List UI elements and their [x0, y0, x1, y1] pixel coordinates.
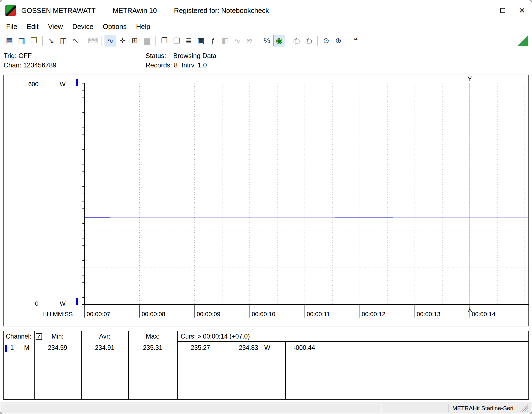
y-axis-max-label: 600	[22, 81, 38, 88]
waveform-dense-icon[interactable]: ≋	[244, 35, 255, 46]
y-axis-max-unit: W	[60, 81, 66, 88]
toolbar-separator	[42, 36, 43, 46]
curve-view-icon[interactable]: ∿	[105, 35, 116, 46]
table-divider	[34, 331, 35, 399]
channel-mode: M	[24, 344, 29, 352]
menu-item-device[interactable]: Device	[68, 23, 98, 31]
x-tick-label: 00:00:09	[197, 311, 220, 318]
x-tick-label: 00:00:10	[252, 311, 276, 318]
col-header-avr: Avr:	[81, 333, 128, 340]
cursor-value-2-cell: 234.83 W	[224, 344, 285, 352]
zoom-curve-icon[interactable]: ⊙	[320, 35, 332, 46]
read-device-icon[interactable]: ↘	[45, 35, 57, 46]
records-status: Records: 8	[146, 61, 178, 69]
status-label: Status:	[146, 52, 166, 60]
toolbar-separator	[155, 36, 156, 46]
cursor-top-marker: Y	[468, 75, 472, 83]
toolbar-separator	[258, 36, 258, 46]
cursor-delta-value: -000.44	[294, 344, 315, 352]
app-logo-icon	[5, 5, 16, 16]
title-app-name: METRAwin 10	[113, 7, 157, 15]
list-view-icon[interactable]: ≣	[183, 35, 194, 46]
table-divider	[81, 331, 82, 399]
y-axis-top-channel-marker	[76, 79, 78, 86]
x-axis-format-label: HH:MM:SS	[42, 311, 73, 318]
stopwatch-icon[interactable]: ◉	[273, 35, 285, 46]
title-registered: Registered for: Notebookcheck	[174, 7, 269, 15]
min-value: 234.59	[34, 344, 81, 352]
table-divider-thick	[285, 341, 286, 399]
status-bar: METRAHit Starline-Seri	[0, 402, 532, 414]
open-icon[interactable]: ❒	[28, 35, 40, 46]
minimize-icon: —	[480, 6, 487, 15]
trigger-status: Trig: OFF	[4, 52, 32, 60]
maximize-button[interactable]	[493, 0, 512, 21]
cursor-value-2: 234.83	[239, 344, 258, 352]
connected-device-name: METRAHit Starline-Seri	[452, 405, 513, 412]
waveform-icon[interactable]: ∿	[232, 35, 243, 46]
avr-value: 234.91	[81, 344, 128, 352]
print-icon[interactable]: ⎙	[291, 35, 302, 46]
menu-item-options[interactable]: Options	[98, 23, 131, 31]
chart-panel: 600 W 0 W YY HH:MM:SS 00:00:0700:00:0800…	[3, 75, 529, 326]
cursor-value-1: 235.27	[177, 344, 224, 352]
x-tick-label: 00:00:13	[417, 311, 440, 318]
x-tick-label: 00:00:07	[87, 311, 110, 318]
max-value: 235.31	[128, 344, 177, 352]
save-icon[interactable]: ▤	[4, 35, 15, 46]
keypad-icon[interactable]: ⌨	[87, 35, 99, 46]
table-view-icon[interactable]: ⊞	[129, 35, 141, 46]
x-tick-label: 00:00:12	[362, 311, 385, 318]
cursor-bottom-marker: Y	[468, 306, 472, 313]
app-window: GOSSEN METRAWATT METRAwin 10 Registered …	[0, 0, 532, 414]
toolbar-separator	[102, 36, 102, 46]
window-export-icon[interactable]: ❐	[159, 35, 170, 46]
monitor-icon[interactable]: ▣	[195, 35, 207, 46]
window-controls: — ✕	[474, 0, 532, 21]
measurement-table: Channel: ✓ Min: Avr: Max: Curs: » 00:00:…	[3, 331, 529, 400]
channel-number: 1	[10, 344, 14, 352]
title-bar: GOSSEN METRAWATT METRAwin 10 Registered …	[0, 0, 532, 21]
interval-status: Intrv. 1.0	[181, 61, 207, 69]
menu-item-view[interactable]: View	[43, 23, 68, 31]
x-tick-label: 00:00:08	[142, 311, 165, 318]
status-value: Browsing Data	[173, 52, 216, 60]
resize-grip[interactable]	[520, 404, 528, 412]
display-icon[interactable]: ◧	[219, 35, 231, 46]
toolbar-separator	[288, 36, 288, 46]
channel-status: Chan: 123456789	[4, 61, 56, 69]
menu-item-file[interactable]: File	[1, 23, 22, 31]
function-icon[interactable]: ƒ	[207, 35, 219, 46]
status-message-area	[3, 404, 382, 412]
toolbar-separator	[317, 36, 318, 46]
device-memory-icon[interactable]: ◫	[58, 35, 69, 46]
menu-item-edit[interactable]: Edit	[22, 23, 43, 31]
y-axis-bottom-channel-marker	[76, 298, 78, 305]
print-report-icon[interactable]: ⎙	[303, 35, 315, 46]
save-add-icon[interactable]: ▥	[16, 35, 27, 46]
close-button[interactable]: ✕	[512, 0, 532, 21]
toolbar-separator	[84, 36, 84, 46]
maximize-icon	[500, 8, 505, 13]
crosshair-icon[interactable]: ✛	[117, 35, 128, 46]
col-header-channel: Channel:	[6, 333, 31, 340]
percent-clock-icon[interactable]: %	[261, 35, 273, 46]
y-axis-min-unit: W	[60, 300, 66, 307]
col-header-min: Min:	[34, 333, 81, 340]
menu-item-help[interactable]: Help	[131, 23, 155, 31]
cursor-header-underline	[177, 341, 528, 342]
zoom-icon[interactable]: ⊕	[333, 35, 344, 46]
cursor-value-unit: W	[264, 344, 270, 352]
col-header-cursor: Curs: » 00:00:14 (+07.0)	[181, 333, 250, 340]
close-icon: ✕	[519, 6, 525, 15]
device-window-icon[interactable]: ❑	[171, 35, 182, 46]
toolbar-separator	[347, 36, 347, 46]
minimize-button[interactable]: —	[474, 0, 493, 21]
toolbar: ▤▥❒↘◫↖⌨∿✛⊞▆❐❑≣▣ƒ◧∿≋%◉⎙⎙⊙⊕❝	[0, 33, 532, 49]
bar-view-icon[interactable]: ▆	[141, 35, 153, 46]
plot-svg[interactable]: YY	[85, 83, 529, 305]
write-device-icon[interactable]: ↖	[70, 35, 81, 46]
info-bar: Trig: OFF Chan: 123456789 Status: Browsi…	[0, 49, 532, 74]
comment-icon[interactable]: ❝	[350, 35, 362, 46]
menu-bar: FileEditViewDeviceOptionsHelp	[0, 21, 532, 33]
